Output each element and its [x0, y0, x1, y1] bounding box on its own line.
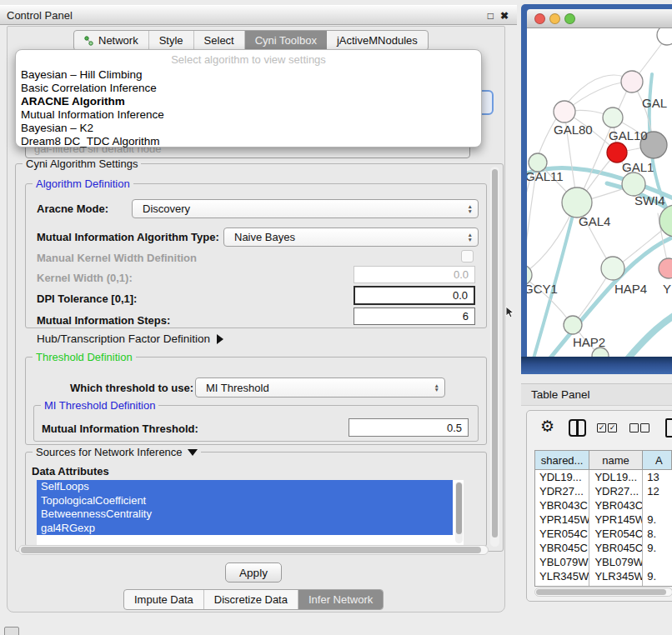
table-cell[interactable]: YER054C: [535, 527, 589, 541]
tab-select[interactable]: Select: [194, 31, 245, 50]
attribute-item-selected[interactable]: TopologicalCoefficient: [37, 494, 453, 508]
table-cell[interactable]: YBR045C: [589, 541, 643, 555]
table-cell[interactable]: 9.: [643, 541, 672, 555]
tab-cyni-toolbox[interactable]: Cyni Toolbox: [245, 31, 327, 50]
column-header[interactable]: shared...: [535, 451, 589, 469]
table-cell[interactable]: 8.: [643, 527, 672, 541]
checked-checkbox-icon[interactable]: ✓: [597, 423, 606, 432]
kernel-width-field[interactable]: 0.0: [354, 266, 475, 283]
scrollbar-thumb[interactable]: [21, 547, 481, 553]
columns-view-icon[interactable]: [569, 419, 586, 437]
attributes-scrollbar[interactable]: [455, 482, 463, 543]
zoom-button[interactable]: [564, 13, 575, 24]
table-row[interactable]: YBR045C YBR045C 9.: [535, 541, 672, 555]
table-cell[interactable]: YER054C: [589, 527, 643, 541]
minimize-button[interactable]: [549, 13, 560, 24]
table-cell[interactable]: YPR145W: [589, 512, 643, 527]
dpi-tolerance-field[interactable]: 0.0: [354, 286, 475, 305]
apply-button[interactable]: Apply: [225, 562, 282, 582]
gear-icon[interactable]: ⚙: [540, 418, 554, 436]
network-node[interactable]: [564, 316, 582, 334]
which-threshold-combo[interactable]: MI Threshold ▲▼: [195, 378, 445, 398]
algorithm-option[interactable]: Mutual Information Inference: [16, 108, 481, 122]
unchecked-checkbox-icon[interactable]: [640, 423, 649, 432]
settings-horizontal-scrollbar[interactable]: [18, 545, 489, 555]
table-row[interactable]: YBR043C YBR043C: [535, 498, 672, 512]
table-cell[interactable]: YBR043C: [589, 498, 643, 512]
unchecked-checkbox-icon[interactable]: [629, 423, 639, 432]
network-node[interactable]: [621, 71, 643, 92]
taskbar-mini-icon[interactable]: [4, 627, 19, 635]
table-cell[interactable]: [643, 498, 672, 512]
aracne-mode-combo[interactable]: Discovery ▲▼: [132, 199, 479, 218]
checked-checkbox-icon[interactable]: ✓: [608, 423, 617, 432]
manual-kernel-checkbox[interactable]: [461, 250, 474, 262]
tab-network[interactable]: Network: [74, 31, 149, 50]
attribute-item-selected[interactable]: BetweennessCentrality: [37, 508, 453, 522]
algorithm-option[interactable]: Basic Correlation Inference: [16, 82, 481, 95]
network-node[interactable]: [659, 258, 672, 278]
tab-infer-network[interactable]: Infer Network: [298, 590, 383, 609]
network-window-titlebar[interactable]: [527, 9, 672, 28]
scrollbar-thumb[interactable]: [492, 169, 498, 538]
network-node[interactable]: [657, 28, 672, 45]
network-node[interactable]: [622, 172, 645, 196]
table-cell[interactable]: YBR045C: [535, 541, 589, 555]
table-cell[interactable]: 9.: [643, 512, 672, 527]
table-cell[interactable]: YLR345W: [535, 569, 589, 583]
network-view[interactable]: GALGAL80GAL10GAL1GAL11SWI4GAL4GCY1HAP4YH…: [527, 28, 672, 357]
table-cell[interactable]: YBL079W: [589, 555, 643, 569]
network-node[interactable]: [554, 101, 575, 122]
table-cell[interactable]: YBR043C: [535, 498, 589, 512]
table-cell[interactable]: YBL079W: [535, 555, 589, 569]
table-cell[interactable]: YDR27...: [535, 484, 589, 498]
tab-impute-data[interactable]: Impute Data: [124, 590, 204, 609]
table-cell[interactable]: YIL052C: [535, 583, 589, 587]
document-icon[interactable]: [665, 418, 672, 438]
table-row[interactable]: YLR345W YLR345W 9.: [535, 569, 672, 583]
table-row[interactable]: YBL079W YBL079W: [535, 555, 672, 569]
table-cell[interactable]: 12: [643, 484, 672, 498]
table-cell[interactable]: YPR145W: [535, 512, 589, 527]
mi-steps-field[interactable]: 6: [354, 308, 475, 325]
table-cell[interactable]: YIL052C: [589, 583, 643, 587]
sources-collapse-header[interactable]: Sources for Network Inference: [33, 446, 201, 458]
mi-threshold-field[interactable]: 0.5: [349, 418, 469, 437]
tab-style[interactable]: Style: [149, 31, 194, 50]
table-cell[interactable]: YDL19...: [535, 470, 589, 484]
algorithm-option[interactable]: Bayesian – K2: [16, 122, 481, 135]
mi-type-combo[interactable]: Naive Bayes ▲▼: [223, 228, 479, 247]
table-row[interactable]: YER054C YER054C 8.: [535, 527, 672, 541]
table-cell[interactable]: YDL19...: [589, 470, 643, 484]
algorithm-option[interactable]: Bayesian – Hill Climbing: [16, 68, 481, 82]
column-header[interactable]: name: [589, 451, 643, 469]
table-row[interactable]: YDR27... YDR27... 12: [535, 484, 672, 498]
network-canvas-svg[interactable]: GALGAL80GAL10GAL1GAL11SWI4GAL4GCY1HAP4YH…: [527, 28, 672, 357]
table-cell[interactable]: YLR345W: [589, 569, 643, 583]
table-cell[interactable]: [643, 555, 672, 569]
table-row[interactable]: YIL052C YIL052C 9: [535, 583, 672, 587]
algorithm-option-selected[interactable]: ARACNE Algorithm: [16, 95, 481, 108]
network-node[interactable]: [601, 257, 624, 280]
algorithm-option[interactable]: Dream8 DC_TDC Algorithm: [16, 135, 481, 148]
column-header[interactable]: A: [643, 451, 672, 469]
hub-definition-expander[interactable]: Hub/Transcription Factor Definition: [37, 332, 223, 345]
table-cell[interactable]: 9: [643, 583, 672, 587]
close-window-icon[interactable]: ✖: [500, 10, 509, 22]
network-node[interactable]: [562, 188, 592, 218]
close-button[interactable]: [534, 13, 545, 24]
scrollbar-thumb[interactable]: [456, 482, 462, 534]
tab-jactivemnodules[interactable]: jActiveMNodules: [327, 31, 428, 50]
attribute-item-selected[interactable]: SelfLoops: [37, 480, 453, 494]
table-row[interactable]: YPR145W YPR145W 9.: [535, 512, 672, 527]
settings-vertical-scrollbar[interactable]: [490, 167, 499, 547]
table-cell[interactable]: 9.: [643, 569, 672, 583]
attribute-item-selected[interactable]: gal4RGexp: [37, 522, 453, 536]
table-horizontal-scrollbar[interactable]: [534, 588, 672, 597]
float-window-icon[interactable]: □: [488, 10, 494, 22]
scrollbar-thumb[interactable]: [536, 589, 666, 595]
table-cell[interactable]: 13: [643, 470, 672, 484]
table-row[interactable]: YDL19... YDL19... 13: [535, 470, 672, 484]
table-cell[interactable]: YDR27...: [589, 484, 643, 498]
network-node[interactable]: [603, 108, 623, 128]
